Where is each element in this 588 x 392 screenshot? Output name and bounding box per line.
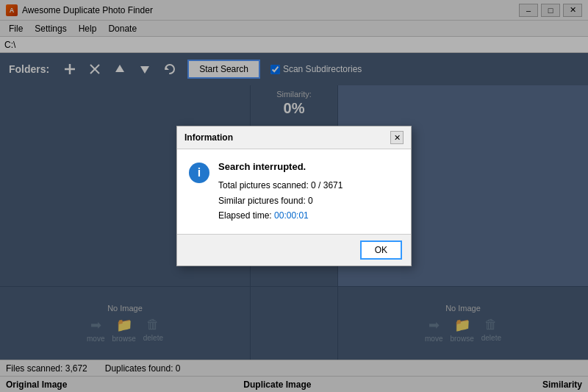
total-scanned-prefix: Total pictures scanned: <box>218 180 311 190</box>
modal-heading: Search interrupted. <box>218 161 343 172</box>
modal-title: Information <box>184 132 233 143</box>
modal-content: Search interrupted. Total pictures scann… <box>218 161 343 223</box>
modal-title-bar: Information ✕ <box>177 126 411 149</box>
total-scanned-value: 0 / 3671 <box>311 180 343 190</box>
elapsed-value: 00:00:01 <box>274 210 309 221</box>
modal-footer: OK <box>177 234 411 266</box>
info-icon: i <box>189 163 209 183</box>
total-scanned-line: Total pictures scanned: 0 / 3671 <box>218 178 343 193</box>
similar-prefix: Similar pictures found: <box>218 196 308 206</box>
modal-details: Total pictures scanned: 0 / 3671 Similar… <box>218 178 343 223</box>
modal-overlay: Information ✕ i Search interrupted. Tota… <box>0 0 588 392</box>
similar-value: 0 <box>308 196 313 206</box>
elapsed-prefix: Elapsed time: <box>218 210 274 221</box>
ok-button[interactable]: OK <box>360 240 402 260</box>
modal-body: i Search interrupted. Total pictures sca… <box>177 149 411 230</box>
information-dialog: Information ✕ i Search interrupted. Tota… <box>176 126 412 266</box>
modal-close-button[interactable]: ✕ <box>390 131 404 144</box>
similar-found-line: Similar pictures found: 0 <box>218 193 343 208</box>
elapsed-line: Elapsed time: 00:00:01 <box>218 208 343 223</box>
